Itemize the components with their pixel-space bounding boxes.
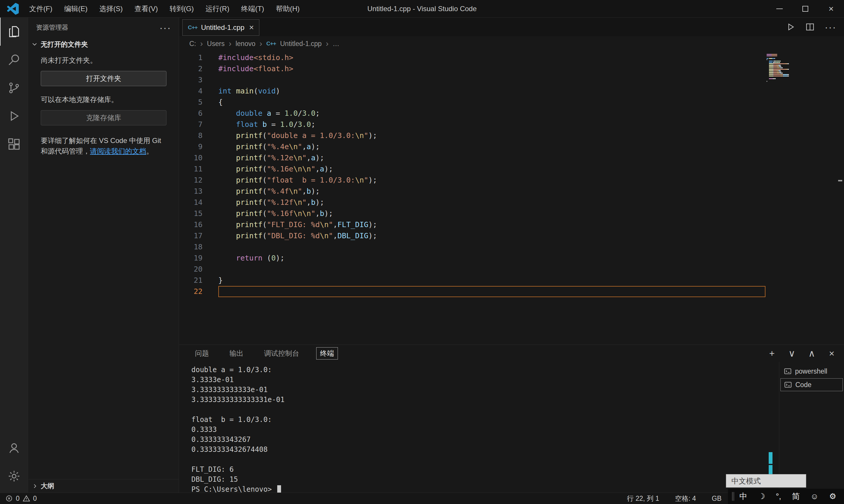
menu-item[interactable]: 运行(R) — [200, 0, 235, 17]
read-docs-link[interactable]: 请阅读我们的文档 — [90, 147, 146, 155]
code-line-19[interactable]: 19 return (0); — [179, 253, 844, 264]
code-line-13[interactable]: 13 printf("%.4f\n",b); — [179, 186, 844, 197]
line-number: 18 — [179, 241, 218, 253]
activity-source-control[interactable] — [0, 74, 28, 102]
terminal-list-item[interactable]: Code — [780, 378, 843, 391]
warning-icon — [22, 494, 30, 502]
menu-item[interactable]: 转到(G) — [164, 0, 200, 17]
code-line-16[interactable]: 16 printf("FLT_DIG: %d\n",FLT_DIG); — [179, 219, 844, 230]
tab-untitled-1-cpp[interactable]: C++ Untitled-1.cpp × — [182, 19, 259, 36]
code-line-15[interactable]: 15 printf("%.16f\n\n",b); — [179, 208, 844, 219]
code-line-22[interactable]: 22 — [179, 286, 844, 297]
chevron-right-icon — [32, 483, 38, 489]
panel-tab[interactable]: 输出 — [226, 347, 247, 360]
code-line-8[interactable]: 8 printf("double a = 1.0/3.0:\n"); — [179, 130, 844, 141]
ime-drag-handle[interactable] — [732, 492, 734, 501]
terminal-prompt: PS C:\Users\lenovo> — [191, 485, 276, 492]
current-line-highlight — [218, 286, 766, 297]
breadcrumb-item[interactable]: Users — [207, 40, 225, 48]
code-line-18[interactable]: 18 — [179, 241, 844, 253]
ime-icon[interactable]: ☺ — [811, 489, 819, 504]
line-number: 9 — [179, 141, 218, 152]
tab-close-icon[interactable]: × — [249, 23, 254, 32]
panel-action-icon[interactable]: ∧ — [807, 348, 817, 359]
settings-button[interactable] — [0, 462, 28, 490]
terminal-view[interactable]: double a = 1.0/3.0:3.3333e-013.333333333… — [179, 362, 779, 492]
ime-icons: 中☽°,简☺⚙ — [734, 489, 842, 504]
panel-tab[interactable]: 调试控制台 — [261, 347, 303, 360]
code-line-21[interactable]: 21} — [179, 275, 844, 286]
panel-action-icon[interactable]: × — [826, 348, 837, 359]
status-item[interactable]: GB — [712, 494, 721, 503]
code-line-12[interactable]: 12 printf("float b = 1.0/3.0:\n"); — [179, 175, 844, 186]
breadcrumb-item[interactable]: C: — [189, 40, 196, 48]
terminal-line: 0.3333333432674408 — [191, 445, 779, 454]
code-line-17[interactable]: 17 printf("DBL_DIG: %d\n",DBL_DIG); — [179, 230, 844, 241]
ime-icon[interactable]: ⚙ — [829, 489, 837, 504]
menu-item[interactable]: 查看(V) — [129, 0, 164, 17]
ime-icon[interactable]: 中 — [739, 489, 747, 504]
restore-button[interactable] — [792, 0, 818, 18]
code-text: printf("%.12f\n",b); — [218, 197, 324, 208]
code-line-4[interactable]: 4int main(void) — [179, 86, 844, 97]
code-line-2[interactable]: 2#include<float.h> — [179, 63, 844, 74]
status-item[interactable]: 空格: 4 — [675, 494, 696, 503]
code-line-14[interactable]: 14 printf("%.12f\n",b); — [179, 197, 844, 208]
activity-explorer[interactable] — [0, 18, 28, 46]
minimap[interactable] — [766, 54, 793, 84]
run-file-button[interactable] — [786, 22, 795, 32]
panel-action-icon[interactable]: + — [767, 348, 777, 359]
code-text: double a = 1.0/3.0; — [218, 108, 320, 119]
menu-item[interactable]: 终端(T) — [235, 0, 270, 17]
code-line-1[interactable]: 1#include<stdio.h> — [179, 52, 844, 63]
breadcrumb-item[interactable]: lenovo — [236, 40, 255, 48]
problems-status[interactable]: 0 0 — [5, 494, 37, 503]
menu-item[interactable]: 选择(S) — [93, 0, 129, 17]
activity-extensions[interactable] — [0, 130, 28, 158]
panel-action-icon[interactable]: ∨ — [787, 348, 797, 359]
code-line-5[interactable]: 5{ — [179, 97, 844, 108]
restore-icon — [802, 6, 808, 12]
outline-section[interactable]: 大纲 — [29, 479, 179, 492]
activity-run-debug[interactable] — [0, 102, 28, 130]
terminal-prompt-line[interactable]: PS C:\Users\lenovo> — [191, 484, 779, 492]
error-count: 0 — [16, 494, 20, 503]
code-line-7[interactable]: 7 float b = 1.0/3.0; — [179, 119, 844, 130]
split-editor-button[interactable] — [805, 22, 815, 32]
terminal-list-item[interactable]: powershell — [780, 365, 843, 378]
code-line-20[interactable]: 20 — [179, 264, 844, 275]
sidebar-more-actions[interactable]: ··· — [159, 24, 171, 31]
ime-icon[interactable]: 简 — [792, 489, 800, 504]
panel-tab[interactable]: 终端 — [316, 347, 338, 360]
line-number: 17 — [179, 230, 218, 241]
code-editor[interactable]: 1#include<stdio.h>2#include<float.h>34in… — [179, 51, 844, 345]
editor-group: C++ Untitled-1.cpp × ··· C:›Users›lenovo… — [179, 18, 844, 492]
activity-bar — [0, 18, 28, 492]
editor-more-actions[interactable]: ··· — [825, 21, 837, 33]
activity-search[interactable] — [0, 46, 28, 74]
ime-icon[interactable]: °, — [776, 489, 781, 504]
ime-icon[interactable]: ☽ — [758, 489, 765, 504]
code-line-11[interactable]: 11 printf("%.16e\n\n",a); — [179, 163, 844, 175]
menu-item[interactable]: 帮助(H) — [270, 0, 305, 17]
menu-item[interactable]: 文件(F) — [23, 0, 58, 17]
minimize-button[interactable] — [767, 0, 792, 18]
breadcrumb-item[interactable]: … — [333, 40, 339, 48]
open-folder-button[interactable]: 打开文件夹 — [41, 71, 166, 86]
clone-repo-button[interactable]: 克隆存储库 — [41, 110, 166, 125]
account-button[interactable] — [0, 434, 28, 462]
terminal-line: 0.3333 — [191, 425, 779, 435]
panel-tab[interactable]: 问题 — [191, 347, 213, 360]
code-line-9[interactable]: 9 printf("%.4e\n",a); — [179, 141, 844, 152]
tab-label: Untitled-1.cpp — [201, 23, 245, 32]
terminal-line — [191, 405, 779, 415]
code-line-6[interactable]: 6 double a = 1.0/3.0; — [179, 108, 844, 119]
account-icon — [7, 441, 21, 455]
section-no-folder[interactable]: 无打开的文件夹 — [29, 37, 179, 51]
close-button[interactable]: × — [818, 0, 844, 18]
code-line-10[interactable]: 10 printf("%.12e\n",a); — [179, 152, 844, 163]
code-line-3[interactable]: 3 — [179, 74, 844, 86]
breadcrumb-item[interactable]: Untitled-1.cpp — [280, 40, 322, 48]
menu-item[interactable]: 编辑(E) — [58, 0, 93, 17]
status-item[interactable]: 行 22, 列 1 — [627, 494, 659, 503]
